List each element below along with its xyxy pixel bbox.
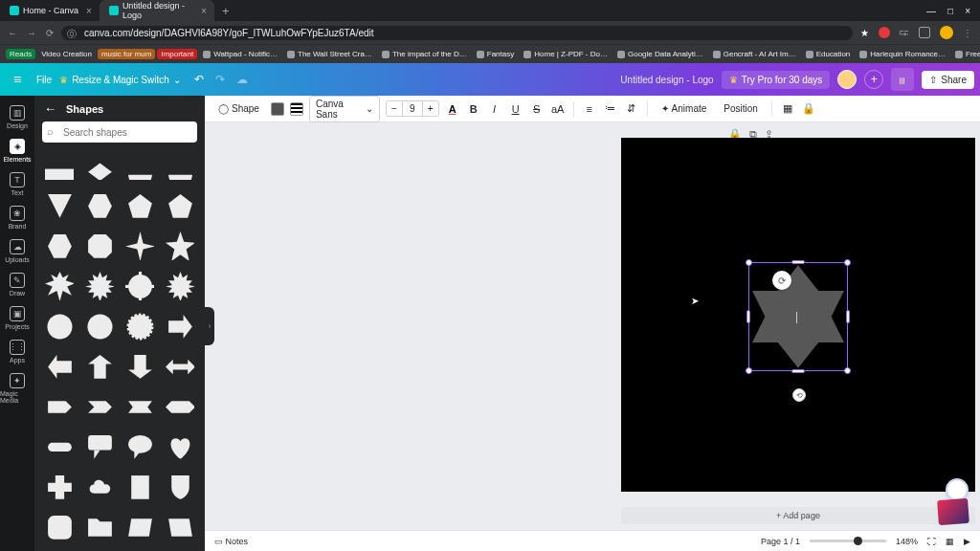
notes-button[interactable]: ▭ Notes — [214, 537, 248, 546]
invite-button[interactable]: + — [864, 70, 883, 89]
back-icon[interactable]: ← — [44, 101, 56, 116]
shape-parallel[interactable] — [163, 510, 197, 544]
shape-style-button[interactable]: ◯ Shape — [212, 100, 265, 117]
shape-diamond-partial[interactable] — [82, 148, 117, 183]
bookmark-item[interactable]: Wattpad - Notific… — [199, 49, 281, 59]
fill-color-swatch[interactable] — [271, 102, 284, 116]
shape-circle-partial[interactable] — [163, 148, 197, 183]
bookmark-item[interactable]: The Wall Street Cra… — [283, 49, 376, 59]
bookmark-item[interactable]: Education — [802, 49, 855, 59]
shape-cloud[interactable] — [82, 470, 117, 504]
resize-handle-n[interactable] — [791, 260, 805, 264]
shape-rounded[interactable] — [42, 510, 77, 544]
bookmark-item[interactable]: Google Data Analyti… — [613, 49, 707, 59]
shape-arrow-down[interactable] — [122, 349, 157, 384]
extension-icon[interactable] — [879, 27, 890, 38]
shape-octagon[interactable] — [82, 229, 117, 263]
transparency-icon[interactable]: ▦ — [780, 102, 795, 115]
resize-handle-nw[interactable] — [746, 259, 752, 266]
shape-burst[interactable] — [163, 269, 197, 303]
menu-icon[interactable]: ≡ — [6, 72, 29, 87]
insights-icon[interactable]: ⫼ — [891, 68, 914, 91]
page-indicator[interactable]: Page 1 / 1 — [761, 537, 800, 546]
shape-seal[interactable] — [42, 309, 77, 343]
shape-speech[interactable] — [82, 430, 117, 464]
shape-wavy[interactable] — [122, 309, 157, 343]
forward-icon[interactable]: → — [27, 28, 36, 38]
shape-pentagon[interactable] — [122, 188, 157, 223]
shape-triangle-down[interactable] — [42, 188, 77, 223]
resize-button[interactable]: ♛Resize & Magic Switch⌄ — [59, 75, 181, 85]
close-window-icon[interactable]: × — [965, 6, 970, 16]
zoom-slider[interactable] — [810, 540, 886, 542]
present-icon[interactable]: ▶ — [964, 537, 970, 546]
shape-arrow-both[interactable] — [163, 349, 197, 384]
close-icon[interactable]: × — [201, 6, 207, 16]
shape-heart[interactable] — [163, 430, 197, 464]
browser-tab[interactable]: Home - Canva× — [0, 0, 100, 21]
align-button[interactable]: ≡ — [582, 103, 597, 115]
font-size-stepper[interactable]: −9+ — [386, 100, 439, 117]
border-style-button[interactable] — [290, 102, 303, 116]
url-input[interactable]: canva.com/design/DAGHVl6A98Y/goF_lTWLuhO… — [61, 26, 853, 40]
shape-plus[interactable] — [42, 470, 77, 504]
bold-button[interactable]: B — [466, 103, 481, 115]
rail-text[interactable]: TText — [0, 168, 34, 200]
selection-box[interactable] — [748, 262, 848, 371]
cloud-sync-icon[interactable]: ☁ — [236, 73, 248, 86]
shape-circle-partial[interactable] — [122, 148, 157, 183]
rail-projects[interactable]: ▣Projects — [0, 302, 34, 334]
rail-apps[interactable]: ⋮⋮Apps — [0, 336, 34, 367]
promo-card[interactable] — [937, 498, 969, 525]
shape-star5[interactable] — [163, 229, 197, 263]
bookmark-item[interactable]: Fantasy — [473, 49, 518, 59]
shape-tag[interactable] — [42, 389, 77, 424]
decrement-button[interactable]: − — [387, 101, 402, 116]
shape-pill[interactable] — [42, 430, 77, 464]
underline-button[interactable]: U — [508, 103, 523, 115]
shape-burst8[interactable] — [42, 269, 77, 303]
bookmark-item[interactable]: Home | Z-PDF - Do… — [520, 49, 612, 59]
resize-handle-sw[interactable] — [746, 367, 752, 374]
zoom-value[interactable]: 148% — [896, 537, 918, 546]
back-icon[interactable]: ← — [8, 28, 17, 38]
maximize-icon[interactable]: □ — [947, 6, 953, 16]
shape-shield[interactable] — [163, 470, 197, 504]
resize-handle-se[interactable] — [844, 367, 851, 374]
resize-handle-ne[interactable] — [844, 259, 851, 266]
shape-parallel[interactable] — [122, 510, 157, 544]
extensions-icon[interactable] — [919, 27, 930, 38]
add-page-button[interactable]: + Add page — [621, 507, 975, 524]
share-button[interactable]: ⇧Share — [922, 71, 974, 89]
grid-view-icon[interactable]: ▦ — [946, 537, 954, 546]
position-button[interactable]: Position — [718, 100, 764, 117]
reload-icon[interactable]: ⟳ — [46, 28, 54, 38]
shape-pentagon[interactable] — [163, 188, 197, 223]
lock-icon[interactable]: 🔒 — [801, 102, 816, 115]
shapes-search-input[interactable] — [42, 121, 197, 143]
design-title[interactable]: Untitled design - Logo — [620, 75, 713, 85]
profile-avatar-icon[interactable] — [940, 26, 953, 39]
bookmark-item[interactable]: The impact of the D… — [378, 49, 471, 59]
text-color-button[interactable]: A — [445, 103, 460, 115]
user-avatar[interactable] — [837, 70, 857, 89]
quick-action-icon[interactable]: ⟳ — [772, 271, 791, 290]
resize-handle-s[interactable] — [791, 369, 805, 373]
shape-arrow-right[interactable] — [163, 309, 197, 343]
download-icon[interactable]: ⮓ — [900, 28, 909, 38]
minimize-icon[interactable]: — — [926, 6, 936, 16]
shape-chevron[interactable] — [82, 389, 117, 424]
strike-button[interactable]: S — [529, 103, 545, 115]
shape-speech-round[interactable] — [122, 430, 157, 464]
fullscreen-icon[interactable]: ⛶ — [927, 537, 936, 546]
undo-icon[interactable]: ↶ — [194, 73, 204, 86]
shape-arrow-up[interactable] — [82, 349, 117, 384]
kebab-menu-icon[interactable]: ⋮ — [963, 28, 972, 38]
list-button[interactable]: ≔ — [603, 102, 618, 115]
shape-seal[interactable] — [82, 309, 117, 343]
close-icon[interactable]: × — [86, 6, 92, 16]
shape-star4[interactable] — [122, 229, 157, 263]
shape-burst[interactable] — [122, 269, 157, 303]
stage[interactable]: 🔒 ⧉ ⇪ ⟲ ➤ ⟳ + Add page › — [205, 122, 980, 530]
browser-tab[interactable]: Untitled design - Logo× — [100, 0, 214, 21]
